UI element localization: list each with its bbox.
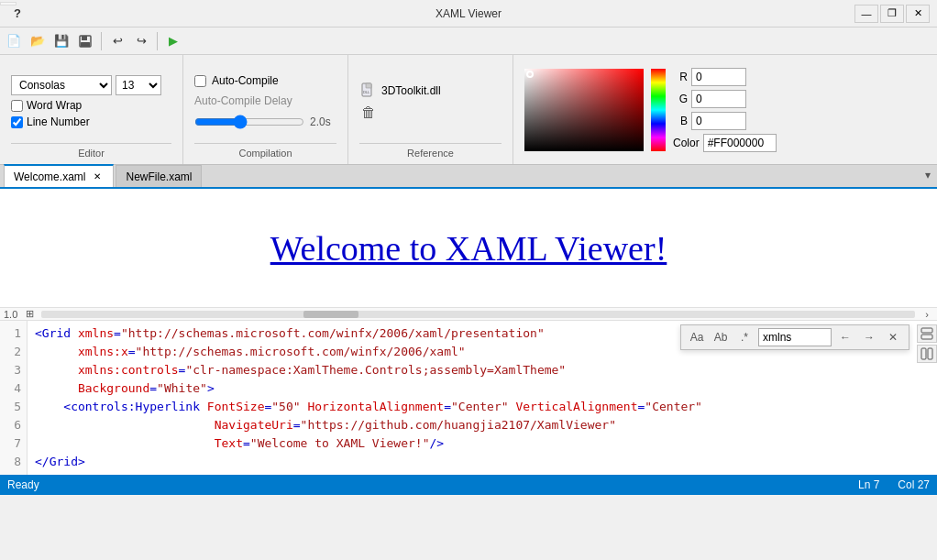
preview-area: Welcome to XAML Viewer! bbox=[0, 189, 937, 308]
window-title: XAML Viewer bbox=[435, 7, 502, 20]
reference-section-label: Reference bbox=[359, 143, 502, 159]
split-vertical-button[interactable] bbox=[917, 345, 937, 363]
split-buttons bbox=[917, 324, 937, 363]
delay-value: 2.0s bbox=[310, 115, 331, 128]
code-line-6: NavigateUri="https://github.com/huangjia… bbox=[35, 416, 930, 434]
save-button[interactable]: 💾 bbox=[51, 31, 72, 51]
tab-welcome[interactable]: Welcome.xaml ✕ bbox=[4, 164, 114, 187]
svg-rect-1 bbox=[82, 36, 87, 40]
find-input[interactable] bbox=[758, 328, 832, 346]
editor-container: 1.0 ⊞ › 1 2 3 4 5 6 7 8 <Grid xmlns="htt… bbox=[0, 308, 937, 475]
tab-welcome-label: Welcome.xaml bbox=[14, 170, 85, 183]
editor-section-label: Editor bbox=[11, 143, 171, 159]
editor-main: 1 2 3 4 5 6 7 8 <Grid xmlns="http://sche… bbox=[0, 321, 937, 475]
find-next-button[interactable]: → bbox=[859, 328, 879, 346]
svg-rect-6 bbox=[921, 328, 932, 333]
match-case-button[interactable]: Aa bbox=[687, 328, 707, 346]
delay-row: Auto-Compile Delay bbox=[194, 94, 336, 107]
undo-button[interactable]: ↩ bbox=[107, 31, 127, 51]
b-label: B bbox=[673, 115, 688, 127]
auto-compile-checkbox[interactable] bbox=[194, 75, 206, 87]
toolbar: 📄 📂 💾 ↩ ↪ ▶ bbox=[0, 27, 937, 55]
run-button[interactable]: ▶ bbox=[163, 31, 183, 51]
status-ready: Ready bbox=[7, 478, 39, 491]
code-line-8: </Grid> bbox=[35, 453, 930, 471]
delay-slider[interactable] bbox=[194, 115, 304, 129]
g-input[interactable] bbox=[691, 90, 746, 108]
r-input[interactable] bbox=[691, 68, 746, 86]
find-prev-button[interactable]: ← bbox=[835, 328, 855, 346]
status-line: Ln 7 bbox=[858, 478, 879, 491]
zoom-level: 1.0 bbox=[4, 309, 17, 320]
zoom-row: 1.0 ⊞ › bbox=[0, 308, 937, 321]
line-num-4: 4 bbox=[6, 379, 21, 398]
auto-compile-label: Auto-Compile bbox=[212, 74, 279, 87]
status-col: Col 27 bbox=[898, 478, 930, 491]
line-num-5: 5 bbox=[6, 398, 21, 416]
line-num-2: 2 bbox=[6, 343, 21, 361]
b-input[interactable] bbox=[691, 112, 746, 130]
preview-link[interactable]: Welcome to XAML Viewer! bbox=[270, 228, 667, 269]
font-family-select[interactable]: Consolas bbox=[11, 75, 112, 95]
new-button[interactable]: 📄 bbox=[4, 31, 24, 51]
svg-rect-8 bbox=[921, 348, 926, 359]
font-size-select[interactable]: 13 bbox=[116, 75, 161, 95]
hex-input[interactable] bbox=[703, 134, 777, 152]
r-label: R bbox=[673, 71, 688, 83]
status-bar: Ready Ln 7 Col 27 bbox=[0, 475, 937, 495]
hex-label: Color bbox=[673, 137, 700, 149]
scroll-right-button[interactable]: › bbox=[920, 308, 933, 321]
line-num-8: 8 bbox=[6, 453, 21, 471]
find-bar: Aa Ab .* ← → ✕ bbox=[680, 324, 909, 350]
line-number-label: Line Number bbox=[27, 115, 90, 128]
delete-reference-button[interactable]: 🗑 bbox=[359, 104, 378, 122]
line-num-6: 6 bbox=[6, 416, 21, 434]
svg-text:DLL: DLL bbox=[363, 90, 370, 94]
dll-icon: DLL bbox=[359, 82, 378, 100]
line-num-1: 1 bbox=[6, 324, 21, 343]
tab-bar: Welcome.xaml ✕ NewFile.xaml ▾ bbox=[0, 165, 937, 189]
tab-newfile-label: NewFile.xaml bbox=[126, 170, 192, 183]
compilation-section-label: Compilation bbox=[194, 143, 336, 159]
save-as-button[interactable] bbox=[75, 31, 95, 51]
svg-rect-4 bbox=[366, 83, 371, 88]
find-close-button[interactable]: ✕ bbox=[883, 328, 903, 346]
split-horizontal-button[interactable] bbox=[917, 324, 937, 343]
close-button[interactable]: ✕ bbox=[906, 5, 930, 23]
line-number-checkbox[interactable] bbox=[11, 116, 23, 128]
line-number-row: Line Number bbox=[11, 115, 171, 128]
title-bar: ? XAML Viewer — ❐ ✕ bbox=[0, 0, 937, 27]
compilation-section: Auto-Compile Auto-Compile Delay 2.0s Com… bbox=[183, 55, 348, 164]
delay-label: Auto-Compile Delay bbox=[194, 94, 292, 107]
code-line-3: xmlns:controls="clr-namespace:XamlTheme.… bbox=[35, 361, 930, 379]
restore-button[interactable]: ❐ bbox=[880, 5, 904, 23]
line-num-7: 7 bbox=[6, 434, 21, 453]
reference-section: DLL 3DToolkit.dll 🗑 Reference bbox=[348, 55, 513, 164]
horizontal-scrollbar[interactable] bbox=[41, 311, 915, 318]
code-line-7: Text="Welcome to XAML Viewer!"/> bbox=[35, 434, 930, 453]
word-wrap-row: Word Wrap bbox=[11, 99, 171, 112]
scrollbar-thumb bbox=[303, 311, 358, 318]
svg-rect-7 bbox=[921, 335, 932, 339]
open-button[interactable]: 📂 bbox=[28, 31, 48, 51]
redo-button[interactable]: ↪ bbox=[131, 31, 151, 51]
svg-rect-2 bbox=[81, 42, 90, 47]
word-wrap-checkbox[interactable] bbox=[11, 100, 23, 112]
g-label: G bbox=[673, 93, 688, 105]
tab-newfile[interactable]: NewFile.xaml bbox=[116, 165, 202, 187]
whole-word-button[interactable]: Ab bbox=[711, 328, 731, 346]
minimize-button[interactable]: — bbox=[854, 5, 878, 23]
line-num-3: 3 bbox=[6, 361, 21, 379]
line-numbers: 1 2 3 4 5 6 7 8 bbox=[0, 321, 28, 475]
color-section: R G B Color bbox=[513, 55, 937, 164]
tab-welcome-close[interactable]: ✕ bbox=[91, 170, 104, 183]
color-spectrum-picker[interactable] bbox=[651, 69, 666, 151]
svg-rect-9 bbox=[928, 348, 932, 359]
regex-button[interactable]: .* bbox=[734, 328, 755, 346]
tab-dropdown-button[interactable]: ▾ bbox=[919, 163, 937, 187]
help-button[interactable]: ? bbox=[7, 4, 28, 24]
editor-section: Consolas 13 Word Wrap Line Number Editor bbox=[0, 55, 183, 164]
reference-item-label: 3DToolkit.dll bbox=[381, 84, 441, 97]
color-gradient-picker[interactable] bbox=[524, 69, 644, 151]
code-line-4: Background="White"> bbox=[35, 379, 930, 398]
